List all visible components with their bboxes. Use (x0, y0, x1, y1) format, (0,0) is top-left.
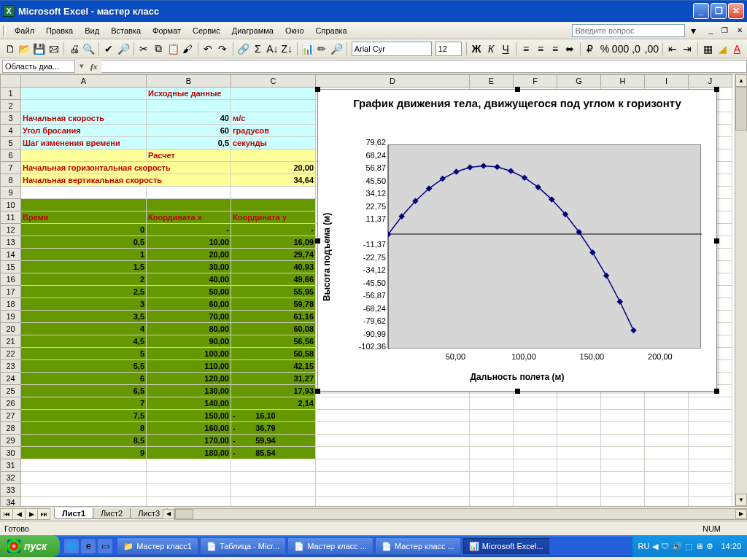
borders-icon[interactable]: ▦ (701, 41, 715, 57)
tray-icon[interactable]: 🖥 (695, 542, 703, 551)
row-header[interactable]: 7 (1, 162, 21, 174)
row-header[interactable]: 32 (1, 472, 21, 484)
spell-icon[interactable]: ✔ (102, 41, 116, 57)
cell[interactable]: Исходные данные (147, 88, 231, 100)
menu-window[interactable]: Окно (279, 24, 310, 37)
row-header[interactable]: 19 (1, 311, 21, 323)
cell[interactable]: Координата х (147, 211, 231, 224)
cell[interactable]: Время (21, 211, 147, 224)
scroll-right-icon[interactable]: ▶ (735, 509, 747, 519)
cell[interactable]: 4,5 (21, 335, 147, 348)
inc-decimal-icon[interactable]: ,0 (630, 41, 643, 57)
task-button[interactable]: 📁 Мастер класс1 (117, 537, 198, 555)
tray-icon[interactable]: 🛡 (661, 542, 669, 551)
cell[interactable]: 30,00 (147, 261, 231, 273)
permission-icon[interactable]: 🖂 (47, 41, 61, 57)
row-header[interactable]: 13 (1, 236, 21, 249)
cut-icon[interactable]: ✂ (137, 41, 151, 57)
system-tray[interactable]: RU ◀ 🛡 🔊 ⬚ 🖥 ⚙ 14:20 (632, 535, 747, 557)
task-button[interactable]: 📄 Мастер класс ... (375, 537, 461, 555)
row-header[interactable]: 3 (1, 112, 21, 125)
hscroll-thumb[interactable] (175, 509, 193, 519)
horizontal-scrollbar[interactable]: ◀ ▶ (174, 508, 747, 520)
col-header[interactable]: E (470, 75, 514, 88)
tab-nav-next[interactable]: ▶ (25, 508, 38, 520)
row-header[interactable]: 15 (1, 261, 21, 273)
comma-icon[interactable]: 000 (613, 41, 629, 57)
minimize-button[interactable]: _ (693, 3, 709, 19)
task-button[interactable]: 📄 Мастер класс ... (287, 537, 374, 555)
cell[interactable]: - (231, 224, 316, 236)
namebox-dropdown-icon[interactable]: ▾ (77, 61, 86, 71)
cell[interactable]: 160,00 (147, 422, 231, 435)
italic-icon[interactable]: К (484, 41, 498, 57)
cell[interactable]: 150,00 (147, 410, 231, 422)
redo-icon[interactable]: ↷ (216, 41, 230, 57)
row-header[interactable]: 4 (1, 125, 21, 137)
align-right-icon[interactable]: ≡ (549, 41, 562, 57)
cell[interactable]: 50,00 (147, 286, 231, 298)
drawing-icon[interactable]: ✏ (315, 41, 329, 57)
sort-asc-icon[interactable]: A↓ (266, 41, 279, 57)
cell[interactable]: 70,00 (147, 311, 231, 323)
cell[interactable]: 3 (21, 298, 147, 311)
cell[interactable]: 2 (21, 273, 147, 286)
lang-indicator[interactable]: RU (638, 542, 650, 551)
menu-file[interactable]: Файл (9, 24, 40, 37)
name-box[interactable] (2, 60, 75, 73)
cell[interactable]: 40 (147, 112, 231, 125)
col-header[interactable]: F (514, 75, 557, 88)
cell[interactable]: 59,78 (231, 298, 316, 311)
cell[interactable]: 7 (21, 397, 147, 410)
cell[interactable]: 110,00 (147, 360, 231, 373)
row-header[interactable]: 18 (1, 298, 21, 311)
cell[interactable]: 20,00 (147, 249, 231, 261)
row-header[interactable]: 31 (1, 459, 21, 472)
cell[interactable]: 42,15 (231, 360, 316, 373)
row-header[interactable]: 29 (1, 435, 21, 447)
tab-nav-prev[interactable]: ◀ (12, 508, 26, 520)
format-painter-icon[interactable]: 🖌 (181, 41, 195, 57)
row-header[interactable]: 34 (1, 497, 21, 507)
cell[interactable]: 1,5 (21, 261, 147, 273)
cell[interactable]: 55,95 (231, 286, 316, 298)
underline-icon[interactable]: Ч (499, 41, 513, 57)
cell[interactable]: 0 (21, 224, 147, 236)
scroll-up-icon[interactable]: ▲ (735, 74, 747, 87)
percent-icon[interactable]: % (598, 41, 612, 57)
cell[interactable]: 3,5 (21, 311, 147, 323)
chart-icon[interactable]: 📊 (301, 41, 314, 57)
cell[interactable]: 40,93 (231, 261, 316, 273)
row-header[interactable]: 22 (1, 348, 21, 360)
row-header[interactable]: 10 (1, 199, 21, 211)
cell[interactable]: 8,5 (21, 435, 147, 447)
cell[interactable]: - 59,94 (231, 435, 316, 447)
maximize-button[interactable]: ❐ (711, 3, 727, 19)
row-header[interactable]: 21 (1, 335, 21, 348)
row-header[interactable]: 27 (1, 410, 21, 422)
cell[interactable]: 140,00 (147, 397, 231, 410)
cell[interactable]: 8 (21, 422, 147, 435)
currency-icon[interactable]: ₽ (583, 41, 597, 57)
cell[interactable]: м/с (231, 112, 316, 125)
cell[interactable]: 5,5 (21, 360, 147, 373)
cell[interactable]: 60,00 (147, 298, 231, 311)
cell[interactable]: 0,5 (147, 137, 231, 149)
tray-icon[interactable]: ⚙ (706, 542, 713, 551)
col-header[interactable]: I (645, 75, 689, 88)
vertical-scrollbar[interactable]: ▲ ▼ (735, 74, 747, 506)
menu-help[interactable]: Справка (310, 24, 353, 37)
scroll-left-icon[interactable]: ◀ (163, 509, 174, 519)
cell[interactable]: Шаг изменения времени (21, 137, 147, 149)
cell[interactable]: 80,00 (147, 323, 231, 335)
row-header[interactable]: 8 (1, 174, 21, 187)
cell[interactable]: - 85,54 (231, 447, 316, 459)
autosum-icon[interactable]: Σ (251, 41, 265, 57)
row-header[interactable]: 14 (1, 249, 21, 261)
quicklaunch-icon[interactable]: 🌐 (64, 539, 79, 553)
row-header[interactable]: 24 (1, 373, 21, 385)
cell[interactable]: 5 (21, 348, 147, 360)
open-icon[interactable]: 📂 (18, 41, 31, 57)
row-header[interactable]: 1 (1, 88, 21, 100)
cell[interactable]: 31,27 (231, 373, 316, 385)
